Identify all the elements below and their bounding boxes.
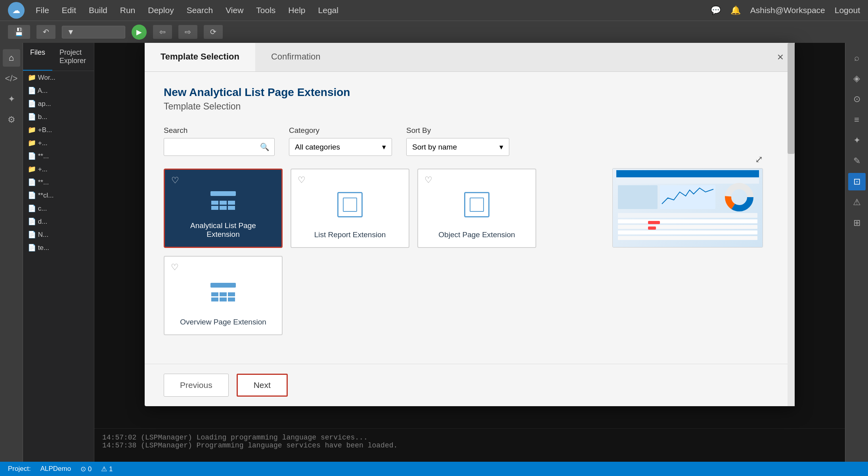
run-button[interactable]: ▶	[132, 25, 147, 40]
svg-rect-12	[648, 221, 660, 224]
tab-confirmation[interactable]: Confirmation	[255, 43, 336, 71]
card-label-list-report: List Report Extension	[314, 230, 386, 239]
right-icon-menu[interactable]: ≡	[848, 111, 866, 129]
logout-button[interactable]: Logout	[835, 6, 860, 15]
file-tab-explorer[interactable]: Project Explorer	[52, 43, 94, 71]
toolbar-refresh[interactable]: ⟳	[204, 25, 223, 39]
right-sidebar: ⌕ ◈ ⊙ ≡ ✦ ✎ ⊡ ⚠ ⊞	[845, 43, 868, 476]
file-tree-item[interactable]: 📄 **...	[23, 150, 94, 163]
file-tree-item[interactable]: 📁 +...	[23, 163, 94, 176]
template-card-analytical[interactable]: ♡	[164, 169, 283, 248]
menu-edit[interactable]: Edit	[62, 6, 76, 15]
sidebar-icon-settings[interactable]: ⚙	[3, 111, 20, 129]
svg-rect-10	[618, 230, 757, 234]
category-value: All categories	[295, 143, 340, 152]
card-icon-overview-page	[210, 274, 236, 310]
sidebar-icon-code[interactable]: </>	[3, 70, 20, 87]
notifications-icon[interactable]: 🔔	[730, 6, 741, 15]
sort-value: Sort by name	[412, 143, 457, 152]
menu-view[interactable]: View	[226, 6, 243, 15]
right-icon-grid[interactable]: ⊞	[848, 214, 866, 232]
right-icon-warning[interactable]: ⚠	[848, 194, 866, 211]
toolbar-undo[interactable]: ↶	[36, 25, 55, 39]
file-tree-item[interactable]: 📄 **cl...	[23, 189, 94, 202]
search-icon: 🔍	[260, 142, 270, 152]
file-tree-item[interactable]: 📄 A...	[23, 84, 94, 97]
main-layout: ⌂ </> ✦ ⚙ Files Project Explorer 📁 Wor..…	[0, 43, 868, 476]
right-icon-diamond[interactable]: ◈	[848, 70, 866, 87]
right-icon-search[interactable]: ⌕	[848, 49, 866, 67]
menu-build[interactable]: Build	[89, 6, 107, 15]
messages-icon[interactable]: 💬	[711, 6, 721, 15]
sidebar-icon-home[interactable]: ⌂	[3, 49, 20, 67]
content-area: 14:57:02 (LSPManager) Loading programmin…	[94, 43, 845, 476]
dialog-title-main: New Analytical List Page Extension	[164, 86, 776, 99]
scrollbar-thumb[interactable]	[788, 43, 795, 154]
status-errors: ⊙ 0	[80, 465, 92, 473]
filters-row: Search 🔍 Category All categories ▾	[164, 126, 776, 156]
favorite-icon-analytical: ♡	[171, 175, 179, 186]
svg-rect-11	[618, 236, 757, 240]
menu-search[interactable]: Search	[187, 6, 213, 15]
file-tree-item[interactable]: 📄 **...	[23, 176, 94, 189]
right-icon-circle[interactable]: ⊙	[848, 90, 866, 108]
menu-deploy[interactable]: Deploy	[148, 6, 174, 15]
search-input-wrapper: 🔍	[164, 138, 275, 156]
template-card-overview-page[interactable]: ♡	[164, 256, 283, 335]
favorite-icon-list-report: ♡	[298, 175, 306, 185]
category-select[interactable]: All categories ▾	[289, 138, 392, 156]
svg-rect-2	[618, 185, 658, 209]
favorite-icon-overview-page: ♡	[171, 262, 179, 273]
user-label: Ashish@Workspace	[750, 6, 825, 15]
menu-file[interactable]: File	[36, 6, 49, 15]
svg-rect-3	[660, 185, 715, 209]
menu-run[interactable]: Run	[120, 6, 136, 15]
file-tree-item[interactable]: 📁 Wor...	[23, 71, 94, 84]
category-filter-group: Category All categories ▾	[289, 126, 392, 156]
preview-container: ⤢	[612, 154, 763, 248]
toolbar-dropdown[interactable]: ▼	[62, 26, 125, 38]
sidebar-icon-star[interactable]: ✦	[3, 90, 20, 108]
search-filter-group: Search 🔍	[164, 126, 275, 156]
dialog-body: New Analytical List Page Extension Templ…	[145, 72, 795, 364]
status-project-name: ALPDemo	[40, 465, 71, 473]
right-icon-terminal[interactable]: ⊡	[848, 173, 866, 190]
file-tree-item[interactable]: 📄 ap...	[23, 97, 94, 110]
file-tree-item[interactable]: 📁 +B...	[23, 123, 94, 136]
sort-select[interactable]: Sort by name ▾	[406, 138, 509, 156]
svg-rect-7	[618, 213, 757, 218]
status-warnings: ⚠ 1	[101, 465, 113, 473]
menu-legal[interactable]: Legal	[318, 6, 338, 15]
svg-rect-8	[618, 219, 757, 223]
file-tree-item[interactable]: 📄 d...	[23, 215, 94, 228]
toolbar-fwd[interactable]: ⇨	[178, 25, 197, 39]
menu-help[interactable]: Help	[288, 6, 305, 15]
right-icon-star[interactable]: ✦	[848, 132, 866, 149]
toolbar-save[interactable]: 💾	[8, 25, 30, 39]
dialog-tabs: Template Selection Confirmation ×	[145, 43, 795, 72]
file-tab-files[interactable]: Files	[23, 43, 52, 71]
toolbar-back[interactable]: ⇦	[153, 25, 172, 39]
svg-rect-1	[616, 178, 759, 184]
file-tree-item[interactable]: 📄 N...	[23, 228, 94, 241]
top-menubar: ☁ File Edit Build Run Deploy Search View…	[0, 0, 868, 21]
file-tree-item[interactable]: 📁 +...	[23, 136, 94, 150]
template-card-object-page[interactable]: ♡ Object Page Extension	[417, 169, 536, 248]
file-panel-tabs: Files Project Explorer	[23, 43, 94, 71]
tab-template-selection[interactable]: Template Selection	[145, 43, 255, 71]
left-sidebar: ⌂ </> ✦ ⚙	[0, 43, 23, 476]
search-input[interactable]	[170, 143, 257, 152]
previous-button[interactable]: Previous	[164, 374, 229, 397]
file-tree-item[interactable]: 📄 c...	[23, 202, 94, 215]
next-button[interactable]: Next	[237, 374, 288, 397]
search-label: Search	[164, 126, 275, 135]
file-tree-item[interactable]: 📄 te...	[23, 241, 94, 254]
card-icon-object-page	[464, 187, 489, 223]
file-tree-item[interactable]: 📄 b...	[23, 110, 94, 123]
expand-icon[interactable]: ⤢	[755, 154, 763, 165]
template-card-list-report[interactable]: ♡ List Report Extension	[291, 169, 409, 248]
menu-tools[interactable]: Tools	[256, 6, 275, 15]
right-icon-edit[interactable]: ✎	[848, 152, 866, 170]
sort-chevron-icon: ▾	[499, 142, 503, 152]
dialog-overlay: Template Selection Confirmation × New An…	[94, 43, 845, 476]
